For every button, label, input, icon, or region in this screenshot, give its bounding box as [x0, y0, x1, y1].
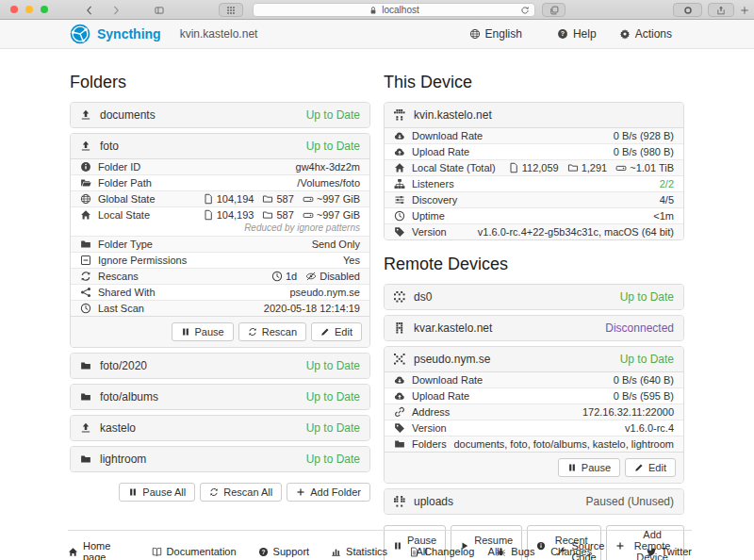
folder-header-documents[interactable]: documentsUp to Date — [71, 103, 369, 127]
tab-groups-button[interactable] — [219, 3, 243, 17]
device-actions: PauseEdit — [385, 452, 683, 483]
syncthing-logo — [70, 24, 90, 44]
info-solid-icon — [80, 161, 91, 173]
globe-icon — [469, 28, 481, 40]
device-header-ds0[interactable]: ds0Up to Date — [385, 285, 683, 309]
detail-row-upload-rate: Upload Rate0 B/s (595 B) — [385, 387, 683, 404]
detail-value: 0 B/s (928 B) — [614, 130, 674, 141]
new-tab-button[interactable] — [737, 3, 752, 17]
detail-label: Listeners — [412, 178, 454, 189]
sitemap-icon — [394, 178, 405, 189]
detail-value: 0 B/s (980 B) — [614, 146, 674, 157]
link-icon — [394, 406, 405, 418]
footer-link-changelog[interactable]: Changelog — [409, 540, 474, 560]
extension-button[interactable] — [673, 3, 702, 17]
refresh-icon[interactable] — [520, 6, 530, 15]
folders-column: Folders documentsUp to DatefotoUp to Dat… — [70, 73, 370, 560]
footer-link-statistics[interactable]: Statistics — [331, 540, 387, 560]
footer-link-bugs[interactable]: Bugs — [496, 540, 534, 560]
device-header-kvar-kastelo-net[interactable]: kvar.kastelo.netDisconnected — [385, 316, 683, 340]
folder-header-kastelo[interactable]: kasteloUp to Date — [71, 416, 369, 440]
share-button[interactable] — [708, 3, 734, 17]
detail-value: documents, foto, foto/albums, kastelo, l… — [453, 438, 674, 450]
status-text: Up to Date — [306, 140, 360, 153]
syncthing-app-window: localhost Syncthing kvin.kastelo.net — [0, 0, 754, 560]
folder-header-foto-2020[interactable]: foto/2020Up to Date — [71, 354, 369, 378]
pencil-icon — [634, 463, 644, 472]
footer-link-home-page[interactable]: Home page — [68, 540, 130, 560]
close-window-button[interactable] — [10, 6, 18, 13]
detail-value: 0 B/s (595 B) — [614, 390, 674, 402]
detail-value: 2/2 — [660, 178, 674, 189]
detail-value: gw4hx-3dz2m — [296, 161, 360, 173]
zoom-window-button[interactable] — [41, 6, 48, 13]
folder-icon — [80, 391, 91, 403]
pause-icon — [128, 487, 138, 497]
device-identicon — [394, 109, 405, 121]
rescan-all-button[interactable]: Rescan All — [200, 483, 282, 502]
upload-icon — [80, 109, 91, 121]
pause-all-button[interactable]: Pause All — [119, 483, 195, 502]
folder-header-foto-albums[interactable]: foto/albumsUp to Date — [71, 385, 369, 409]
detail-label: Version — [412, 226, 447, 238]
footer-link-source-code[interactable]: Source Code — [556, 540, 624, 560]
this-device-name: kvin.kastelo.net — [414, 108, 492, 122]
detail-row-global-state: Global State104,194587~997 GiB — [71, 190, 369, 206]
menu-help[interactable]: ?Help — [557, 27, 597, 41]
detail-row-download-rate: Download Rate0 B/s (928 B) — [385, 128, 683, 143]
detail-value: 104,194587~997 GiB — [203, 193, 360, 205]
upload-icon — [80, 140, 91, 152]
tab-overview-button[interactable] — [542, 3, 566, 17]
folder-open-icon — [80, 177, 91, 189]
this-device-header[interactable]: kvin.kastelo.net — [385, 103, 683, 127]
detail-label: Folder Type — [98, 239, 153, 250]
eye-slash-icon — [305, 271, 317, 282]
pause-button[interactable]: Pause — [558, 458, 620, 477]
folder-header-foto[interactable]: fotoUp to Date — [71, 134, 369, 158]
folder-header-lightroom[interactable]: lightroomUp to Date — [71, 447, 369, 471]
folder-name: foto/2020 — [100, 359, 147, 372]
detail-value: 1dDisabled — [271, 271, 360, 282]
device-header-uploads[interactable]: uploadsPaused (Unused) — [385, 489, 683, 514]
add-folder-button[interactable]: Add Folder — [287, 483, 370, 502]
device-header-pseudo-nym-se[interactable]: pseudo.nym.seUp to Date — [385, 347, 683, 371]
detail-value: pseudo.nym.se — [289, 287, 360, 298]
edit-button[interactable]: Edit — [625, 458, 676, 477]
device-name: ds0 — [414, 290, 432, 304]
folders-actions-row: Pause AllRescan AllAdd Folder — [70, 483, 370, 502]
footer-link-documentation[interactable]: Documentation — [152, 540, 237, 560]
detail-row-folders: Foldersdocuments, foto, foto/albums, kas… — [385, 436, 683, 452]
device-panel-pseudo-nym-se: pseudo.nym.seUp to DateDownload Rate0 B/… — [384, 346, 684, 484]
folder-icon — [80, 360, 91, 371]
devices-column: This Device kvin.kastelo.netDownload Rat… — [384, 73, 684, 560]
footer-link-twitter[interactable]: Twitter — [647, 540, 692, 560]
detail-value: v1.6.0-rc.4+22-g5b34c31c, macOS (64 bit) — [478, 226, 674, 238]
detail-label: Folders — [412, 438, 447, 450]
edit-button[interactable]: Edit — [311, 322, 362, 341]
forward-button[interactable] — [111, 3, 121, 17]
status-text: Disconnected — [605, 321, 674, 335]
status-text: Paused (Unused) — [586, 495, 674, 508]
detail-row-local-state-total: Local State (Total)112,0591,291~1.01 TiB — [385, 159, 683, 175]
status-text: Up to Date — [620, 290, 674, 304]
device-name: kvar.kastelo.net — [414, 321, 492, 335]
sync-icon — [209, 487, 219, 497]
clock-icon — [80, 303, 91, 314]
back-button[interactable] — [85, 3, 94, 17]
app-navbar: Syncthing kvin.kastelo.net English?HelpA… — [0, 20, 754, 49]
menu-actions[interactable]: Actions — [619, 27, 684, 41]
menu-english[interactable]: English — [469, 27, 534, 41]
folder-actions: PauseRescanEdit — [71, 316, 369, 347]
detail-value: 112,0591,291~1.01 TiB — [508, 162, 674, 173]
wrench-icon — [556, 547, 566, 557]
folder-panel-foto-2020: foto/2020Up to Date — [70, 353, 370, 379]
url-text: localhost — [382, 5, 418, 15]
address-bar[interactable]: localhost — [253, 3, 535, 17]
minimize-window-button[interactable] — [25, 6, 33, 13]
rescan-button[interactable]: Rescan — [238, 322, 306, 341]
sidebar-toggle-button[interactable] — [155, 3, 164, 17]
detail-label: Global State — [98, 193, 156, 205]
pause-button[interactable]: Pause — [172, 322, 234, 341]
footer-link-support[interactable]: ?Support — [258, 540, 310, 560]
this-device-details: Download Rate0 B/s (928 B)Upload Rate0 B… — [385, 127, 683, 239]
